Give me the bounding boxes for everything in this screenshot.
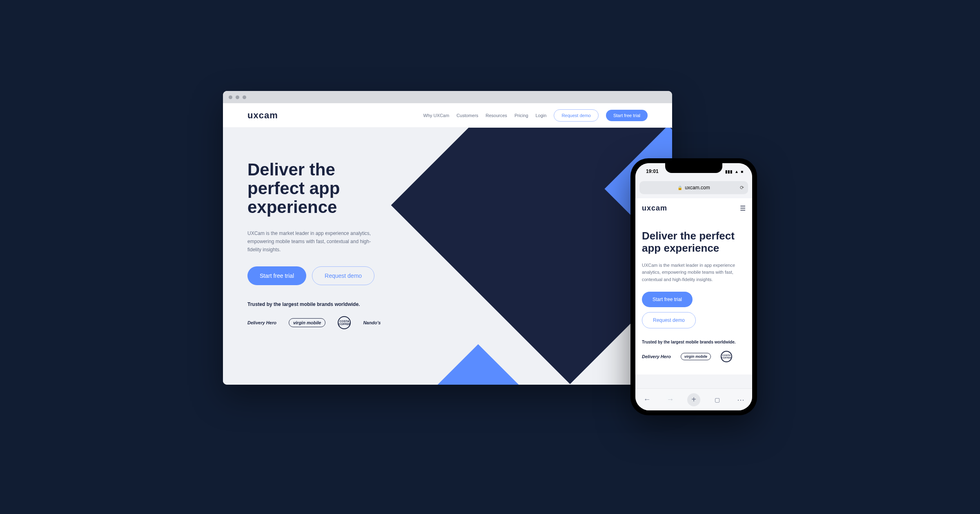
brand-logos: Delivery Hero virgin mobile COSTA COFFEE… <box>247 316 394 329</box>
trusted-by-text: Trusted by the largest mobile brands wor… <box>247 301 394 307</box>
hero-shape-blue-bottom <box>423 344 533 385</box>
brand-costa-coffee: COSTA COFFEE <box>338 316 351 329</box>
hero-content: Deliver the perfect app experience UXCam… <box>223 128 419 329</box>
mobile-request-demo-button[interactable]: Request demo <box>642 312 696 328</box>
window-close-icon[interactable] <box>229 95 232 99</box>
forward-icon[interactable]: → <box>664 394 676 406</box>
url-bar[interactable]: 🔒 uxcam.com ⟳ <box>639 181 748 194</box>
brand-nandos: Nando's <box>363 320 381 325</box>
new-tab-icon[interactable]: + <box>687 393 700 406</box>
window-maximize-icon[interactable] <box>243 95 246 99</box>
hero-headline: Deliver the perfect app experience <box>247 160 394 217</box>
mobile-logo[interactable]: uxcam <box>642 204 667 213</box>
mobile-site-header: uxcam ☰ <box>635 198 752 218</box>
site-header: uxcam Why UXCam Customers Resources Pric… <box>223 103 672 128</box>
phone-notch <box>665 163 722 173</box>
hero-start-trial-button[interactable]: Start free trial <box>247 266 306 285</box>
browser-chrome <box>223 91 672 103</box>
brand-virgin-mobile: virgin mobile <box>289 318 325 327</box>
main-nav: Why UXCam Customers Resources Pricing Lo… <box>423 109 648 122</box>
url-text: uxcam.com <box>685 185 710 191</box>
mobile-brand-virgin-mobile: virgin mobile <box>681 353 711 360</box>
nav-customers[interactable]: Customers <box>457 113 478 118</box>
hero-section: Deliver the perfect app experience UXCam… <box>223 128 672 385</box>
phone-mockup: 19:01 ▮▮▮ ▲ ■ 🔒 uxcam.com ⟳ uxcam ☰ Deli… <box>630 158 757 415</box>
hero-subtext: UXCam is the market leader in app experi… <box>247 229 378 254</box>
mobile-cta-group: Start free trial Request demo <box>642 292 746 328</box>
mobile-subtext: UXCam is the market leader in app experi… <box>642 262 746 284</box>
nav-login[interactable]: Login <box>536 113 547 118</box>
mobile-brand-logos: Delivery Hero virgin mobile COSTA COFFEE <box>642 351 746 362</box>
logo[interactable]: uxcam <box>247 110 278 121</box>
nav-pricing[interactable]: Pricing <box>514 113 528 118</box>
mobile-start-trial-button[interactable]: Start free trial <box>642 292 693 307</box>
start-free-trial-button[interactable]: Start free trial <box>606 110 648 121</box>
more-icon[interactable]: ⋯ <box>735 394 747 406</box>
hero-request-demo-button[interactable]: Request demo <box>312 266 374 285</box>
mobile-hero: Deliver the perfect app experience UXCam… <box>635 218 752 374</box>
back-icon[interactable]: ← <box>641 394 653 406</box>
status-indicators: ▮▮▮ ▲ ■ <box>725 169 743 174</box>
menu-icon[interactable]: ☰ <box>740 204 746 212</box>
mobile-headline: Deliver the perfect app experience <box>642 230 746 255</box>
nav-why-uxcam[interactable]: Why UXCam <box>423 113 450 118</box>
request-demo-button[interactable]: Request demo <box>554 109 599 122</box>
desktop-browser-window: uxcam Why UXCam Customers Resources Pric… <box>223 91 672 385</box>
browser-toolbar: ← → + ▢ ⋯ <box>635 388 752 410</box>
mobile-brand-delivery-hero: Delivery Hero <box>642 354 671 359</box>
window-minimize-icon[interactable] <box>236 95 239 99</box>
lock-icon: 🔒 <box>677 186 682 190</box>
mobile-brand-costa-coffee: COSTA COFFEE <box>721 351 732 362</box>
refresh-icon[interactable]: ⟳ <box>740 185 744 191</box>
mobile-trusted-text: Trusted by the largest mobile brands wor… <box>642 340 746 344</box>
phone-screen: 19:01 ▮▮▮ ▲ ■ 🔒 uxcam.com ⟳ uxcam ☰ Deli… <box>635 163 752 410</box>
nav-resources[interactable]: Resources <box>486 113 507 118</box>
status-time: 19:01 <box>646 168 659 174</box>
wifi-icon: ▲ <box>735 169 739 174</box>
cta-row: Start free trial Request demo <box>247 266 394 285</box>
battery-icon: ■ <box>741 169 743 174</box>
signal-icon: ▮▮▮ <box>725 169 733 174</box>
brand-delivery-hero: Delivery Hero <box>247 320 276 325</box>
tabs-icon[interactable]: ▢ <box>711 394 724 406</box>
